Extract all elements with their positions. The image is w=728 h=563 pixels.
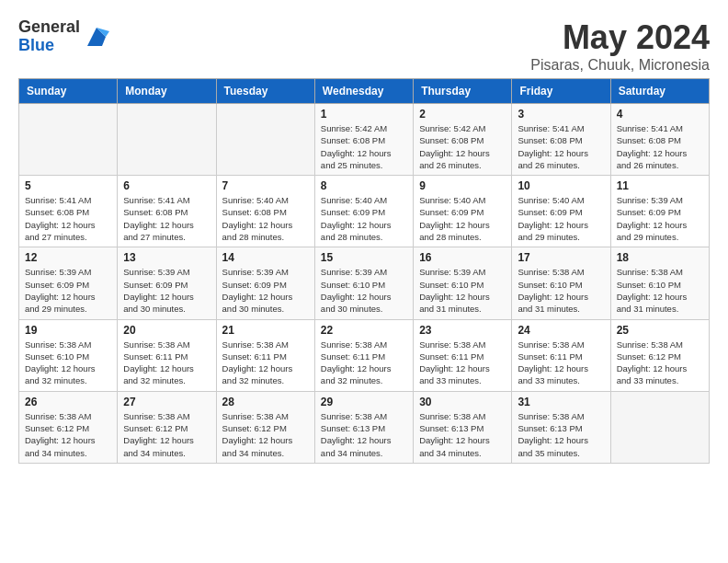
month-year-title: May 2024 — [530, 18, 710, 57]
calendar-day-cell: 23Sunrise: 5:38 AM Sunset: 6:11 PM Dayli… — [414, 319, 512, 391]
calendar-day-cell: 18Sunrise: 5:38 AM Sunset: 6:10 PM Dayli… — [610, 247, 709, 319]
day-number: 9 — [419, 179, 506, 192]
day-info: Sunrise: 5:41 AM Sunset: 6:08 PM Dayligh… — [123, 195, 194, 242]
calendar-day-cell: 30Sunrise: 5:38 AM Sunset: 6:13 PM Dayli… — [414, 391, 512, 463]
day-info: Sunrise: 5:38 AM Sunset: 6:12 PM Dayligh… — [25, 411, 96, 458]
day-number: 13 — [123, 251, 210, 264]
calendar-day-cell — [19, 104, 118, 176]
calendar-day-cell: 26Sunrise: 5:38 AM Sunset: 6:12 PM Dayli… — [19, 391, 118, 463]
day-number: 22 — [321, 324, 407, 337]
calendar-day-cell: 17Sunrise: 5:38 AM Sunset: 6:10 PM Dayli… — [512, 247, 610, 319]
weekday-header-saturday: Saturday — [610, 79, 709, 104]
day-info: Sunrise: 5:38 AM Sunset: 6:10 PM Dayligh… — [25, 339, 96, 386]
day-number: 5 — [25, 179, 111, 192]
weekday-header-thursday: Thursday — [414, 79, 512, 104]
day-number: 25 — [617, 324, 703, 337]
day-info: Sunrise: 5:39 AM Sunset: 6:10 PM Dayligh… — [321, 267, 392, 314]
day-number: 20 — [123, 324, 210, 337]
day-info: Sunrise: 5:38 AM Sunset: 6:13 PM Dayligh… — [321, 411, 392, 458]
day-info: Sunrise: 5:38 AM Sunset: 6:13 PM Dayligh… — [518, 411, 588, 458]
day-number: 12 — [25, 251, 111, 264]
weekday-header-wednesday: Wednesday — [314, 79, 413, 104]
day-number: 23 — [419, 324, 506, 337]
day-info: Sunrise: 5:38 AM Sunset: 6:11 PM Dayligh… — [419, 339, 490, 386]
calendar-day-cell — [610, 391, 709, 463]
day-info: Sunrise: 5:38 AM Sunset: 6:11 PM Dayligh… — [123, 339, 194, 386]
day-info: Sunrise: 5:40 AM Sunset: 6:09 PM Dayligh… — [518, 195, 588, 242]
day-number: 8 — [321, 179, 407, 192]
day-info: Sunrise: 5:39 AM Sunset: 6:10 PM Dayligh… — [419, 267, 490, 314]
calendar-day-cell: 14Sunrise: 5:39 AM Sunset: 6:09 PM Dayli… — [216, 247, 314, 319]
calendar-week-row: 19Sunrise: 5:38 AM Sunset: 6:10 PM Dayli… — [19, 319, 710, 391]
calendar-day-cell: 27Sunrise: 5:38 AM Sunset: 6:12 PM Dayli… — [118, 391, 216, 463]
calendar-day-cell: 20Sunrise: 5:38 AM Sunset: 6:11 PM Dayli… — [118, 319, 216, 391]
day-info: Sunrise: 5:40 AM Sunset: 6:09 PM Dayligh… — [419, 195, 490, 242]
day-info: Sunrise: 5:39 AM Sunset: 6:09 PM Dayligh… — [25, 267, 96, 314]
calendar-day-cell: 11Sunrise: 5:39 AM Sunset: 6:09 PM Dayli… — [610, 176, 709, 247]
day-info: Sunrise: 5:38 AM Sunset: 6:13 PM Dayligh… — [419, 411, 490, 458]
weekday-header-sunday: Sunday — [19, 79, 118, 104]
day-number: 11 — [617, 179, 703, 192]
day-number: 16 — [419, 251, 506, 264]
calendar-day-cell: 12Sunrise: 5:39 AM Sunset: 6:09 PM Dayli… — [19, 247, 118, 319]
day-info: Sunrise: 5:40 AM Sunset: 6:08 PM Dayligh… — [222, 195, 293, 242]
day-info: Sunrise: 5:41 AM Sunset: 6:08 PM Dayligh… — [617, 123, 688, 170]
calendar-day-cell: 7Sunrise: 5:40 AM Sunset: 6:08 PM Daylig… — [216, 176, 314, 247]
calendar-week-row: 26Sunrise: 5:38 AM Sunset: 6:12 PM Dayli… — [19, 391, 710, 463]
day-number: 17 — [518, 251, 604, 264]
title-area: May 2024 Pisaras, Chuuk, Micronesia — [530, 18, 710, 74]
calendar-day-cell: 8Sunrise: 5:40 AM Sunset: 6:09 PM Daylig… — [314, 176, 413, 247]
day-number: 28 — [222, 396, 309, 408]
calendar-day-cell: 3Sunrise: 5:41 AM Sunset: 6:08 PM Daylig… — [512, 104, 610, 176]
calendar-day-cell: 15Sunrise: 5:39 AM Sunset: 6:10 PM Dayli… — [314, 247, 413, 319]
day-info: Sunrise: 5:42 AM Sunset: 6:08 PM Dayligh… — [419, 123, 490, 170]
calendar-day-cell: 10Sunrise: 5:40 AM Sunset: 6:09 PM Dayli… — [512, 176, 610, 247]
day-number: 6 — [123, 179, 210, 192]
day-info: Sunrise: 5:38 AM Sunset: 6:12 PM Dayligh… — [123, 411, 194, 458]
calendar-day-cell: 19Sunrise: 5:38 AM Sunset: 6:10 PM Dayli… — [19, 319, 118, 391]
logo-blue-text: Blue — [18, 37, 80, 55]
day-info: Sunrise: 5:39 AM Sunset: 6:09 PM Dayligh… — [617, 195, 688, 242]
day-number: 4 — [617, 108, 703, 121]
day-info: Sunrise: 5:41 AM Sunset: 6:08 PM Dayligh… — [25, 195, 96, 242]
day-number: 10 — [518, 179, 604, 192]
day-info: Sunrise: 5:38 AM Sunset: 6:11 PM Dayligh… — [321, 339, 392, 386]
calendar-day-cell: 24Sunrise: 5:38 AM Sunset: 6:11 PM Dayli… — [512, 319, 610, 391]
day-number: 14 — [222, 251, 309, 264]
calendar-day-cell — [216, 104, 314, 176]
calendar-day-cell: 6Sunrise: 5:41 AM Sunset: 6:08 PM Daylig… — [118, 176, 216, 247]
weekday-header-friday: Friday — [512, 79, 610, 104]
calendar-day-cell: 29Sunrise: 5:38 AM Sunset: 6:13 PM Dayli… — [314, 391, 413, 463]
day-info: Sunrise: 5:38 AM Sunset: 6:10 PM Dayligh… — [617, 267, 688, 314]
calendar-day-cell: 21Sunrise: 5:38 AM Sunset: 6:11 PM Dayli… — [216, 319, 314, 391]
day-number: 26 — [25, 396, 111, 408]
day-info: Sunrise: 5:38 AM Sunset: 6:12 PM Dayligh… — [617, 339, 688, 386]
calendar-day-cell: 9Sunrise: 5:40 AM Sunset: 6:09 PM Daylig… — [414, 176, 512, 247]
calendar-day-cell: 28Sunrise: 5:38 AM Sunset: 6:12 PM Dayli… — [216, 391, 314, 463]
calendar-week-row: 5Sunrise: 5:41 AM Sunset: 6:08 PM Daylig… — [19, 176, 710, 247]
weekday-header-monday: Monday — [118, 79, 216, 104]
day-number: 3 — [518, 108, 604, 121]
calendar-week-row: 1Sunrise: 5:42 AM Sunset: 6:08 PM Daylig… — [19, 104, 710, 176]
calendar-week-row: 12Sunrise: 5:39 AM Sunset: 6:09 PM Dayli… — [19, 247, 710, 319]
logo-general-text: General — [18, 18, 80, 37]
day-number: 7 — [222, 179, 309, 192]
day-info: Sunrise: 5:40 AM Sunset: 6:09 PM Dayligh… — [321, 195, 392, 242]
calendar-day-cell: 31Sunrise: 5:38 AM Sunset: 6:13 PM Dayli… — [512, 391, 610, 463]
day-info: Sunrise: 5:38 AM Sunset: 6:10 PM Dayligh… — [518, 267, 588, 314]
calendar-day-cell: 5Sunrise: 5:41 AM Sunset: 6:08 PM Daylig… — [19, 176, 118, 247]
calendar-table: SundayMondayTuesdayWednesdayThursdayFrid… — [18, 78, 710, 464]
day-number: 18 — [617, 251, 703, 264]
day-info: Sunrise: 5:39 AM Sunset: 6:09 PM Dayligh… — [222, 267, 293, 314]
calendar-day-cell: 16Sunrise: 5:39 AM Sunset: 6:10 PM Dayli… — [414, 247, 512, 319]
logo-icon — [84, 24, 109, 50]
calendar-day-cell: 2Sunrise: 5:42 AM Sunset: 6:08 PM Daylig… — [414, 104, 512, 176]
header: General Blue May 2024 Pisaras, Chuuk, Mi… — [9, 9, 719, 78]
day-number: 29 — [321, 396, 407, 408]
day-number: 31 — [518, 396, 604, 408]
calendar-day-cell: 1Sunrise: 5:42 AM Sunset: 6:08 PM Daylig… — [314, 104, 413, 176]
weekday-header-row: SundayMondayTuesdayWednesdayThursdayFrid… — [19, 79, 710, 104]
day-info: Sunrise: 5:42 AM Sunset: 6:08 PM Dayligh… — [321, 123, 392, 170]
day-number: 24 — [518, 324, 604, 337]
day-number: 15 — [321, 251, 407, 264]
